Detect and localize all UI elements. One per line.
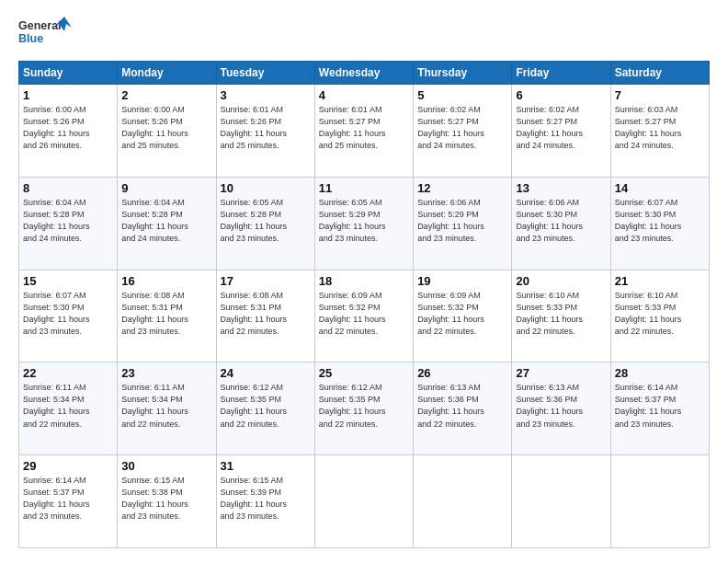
day-number: 13 <box>516 181 606 195</box>
calendar-cell: 31Sunrise: 6:15 AM Sunset: 5:39 PM Dayli… <box>216 455 314 548</box>
calendar-cell: 3Sunrise: 6:01 AM Sunset: 5:26 PM Daylig… <box>216 85 314 178</box>
calendar-cell: 29Sunrise: 6:14 AM Sunset: 5:37 PM Dayli… <box>19 455 118 548</box>
calendar-cell: 19Sunrise: 6:09 AM Sunset: 5:32 PM Dayli… <box>414 270 512 362</box>
day-info: Sunrise: 6:05 AM Sunset: 5:29 PM Dayligh… <box>319 197 409 245</box>
day-number: 27 <box>516 366 606 380</box>
day-info: Sunrise: 6:00 AM Sunset: 5:26 PM Dayligh… <box>23 104 113 152</box>
calendar-cell: 6Sunrise: 6:02 AM Sunset: 5:27 PM Daylig… <box>512 85 610 178</box>
day-info: Sunrise: 6:14 AM Sunset: 5:37 PM Dayligh… <box>615 382 705 430</box>
calendar-cell: 2Sunrise: 6:00 AM Sunset: 5:26 PM Daylig… <box>118 85 216 178</box>
calendar-cell: 17Sunrise: 6:08 AM Sunset: 5:31 PM Dayli… <box>216 270 314 362</box>
page: General Blue SundayMondayTuesdayWednesda… <box>0 0 728 563</box>
day-number: 10 <box>221 181 311 195</box>
svg-text:Blue: Blue <box>18 32 43 45</box>
calendar-cell: 28Sunrise: 6:14 AM Sunset: 5:37 PM Dayli… <box>610 362 709 455</box>
day-number: 26 <box>417 366 507 380</box>
calendar-cell: 26Sunrise: 6:13 AM Sunset: 5:36 PM Dayli… <box>414 362 512 455</box>
day-number: 30 <box>121 459 211 473</box>
day-number: 31 <box>221 459 311 473</box>
day-info: Sunrise: 6:08 AM Sunset: 5:31 PM Dayligh… <box>121 290 211 338</box>
calendar-header-saturday: Saturday <box>610 62 709 85</box>
day-info: Sunrise: 6:09 AM Sunset: 5:32 PM Dayligh… <box>417 290 507 338</box>
calendar-header-sunday: Sunday <box>19 62 118 85</box>
day-info: Sunrise: 6:08 AM Sunset: 5:31 PM Dayligh… <box>221 290 311 338</box>
day-number: 23 <box>121 366 211 380</box>
calendar-header-monday: Monday <box>118 62 216 85</box>
day-info: Sunrise: 6:06 AM Sunset: 5:29 PM Dayligh… <box>417 197 507 245</box>
day-number: 9 <box>121 181 211 195</box>
day-number: 3 <box>221 88 311 102</box>
calendar-header-friday: Friday <box>512 62 610 85</box>
calendar-cell: 1Sunrise: 6:00 AM Sunset: 5:26 PM Daylig… <box>19 85 118 178</box>
calendar-cell: 30Sunrise: 6:15 AM Sunset: 5:38 PM Dayli… <box>118 455 216 548</box>
day-number: 2 <box>121 88 211 102</box>
day-number: 16 <box>121 274 211 288</box>
calendar-table: SundayMondayTuesdayWednesdayThursdayFrid… <box>18 61 710 548</box>
calendar-cell: 16Sunrise: 6:08 AM Sunset: 5:31 PM Dayli… <box>118 270 216 362</box>
calendar-cell: 24Sunrise: 6:12 AM Sunset: 5:35 PM Dayli… <box>216 362 314 455</box>
day-info: Sunrise: 6:14 AM Sunset: 5:37 PM Dayligh… <box>23 475 113 523</box>
day-info: Sunrise: 6:11 AM Sunset: 5:34 PM Dayligh… <box>23 382 113 430</box>
day-info: Sunrise: 6:15 AM Sunset: 5:39 PM Dayligh… <box>221 475 311 523</box>
day-number: 6 <box>516 88 606 102</box>
calendar-cell: 13Sunrise: 6:06 AM Sunset: 5:30 PM Dayli… <box>512 177 610 270</box>
day-info: Sunrise: 6:12 AM Sunset: 5:35 PM Dayligh… <box>221 382 311 430</box>
day-info: Sunrise: 6:10 AM Sunset: 5:33 PM Dayligh… <box>516 290 606 338</box>
day-number: 11 <box>319 181 409 195</box>
calendar-cell: 22Sunrise: 6:11 AM Sunset: 5:34 PM Dayli… <box>19 362 118 455</box>
day-number: 1 <box>23 88 113 102</box>
calendar-cell: 15Sunrise: 6:07 AM Sunset: 5:30 PM Dayli… <box>19 270 118 362</box>
day-info: Sunrise: 6:04 AM Sunset: 5:28 PM Dayligh… <box>121 197 211 245</box>
calendar-cell: 7Sunrise: 6:03 AM Sunset: 5:27 PM Daylig… <box>610 85 709 178</box>
day-number: 5 <box>417 88 507 102</box>
calendar-cell <box>610 455 709 548</box>
calendar-cell: 20Sunrise: 6:10 AM Sunset: 5:33 PM Dayli… <box>512 270 610 362</box>
day-info: Sunrise: 6:10 AM Sunset: 5:33 PM Dayligh… <box>615 290 705 338</box>
calendar-cell: 18Sunrise: 6:09 AM Sunset: 5:32 PM Dayli… <box>314 270 413 362</box>
calendar-cell <box>512 455 610 548</box>
calendar-cell: 9Sunrise: 6:04 AM Sunset: 5:28 PM Daylig… <box>118 177 216 270</box>
day-number: 24 <box>221 366 311 380</box>
day-number: 17 <box>221 274 311 288</box>
day-info: Sunrise: 6:13 AM Sunset: 5:36 PM Dayligh… <box>516 382 606 430</box>
calendar-cell: 4Sunrise: 6:01 AM Sunset: 5:27 PM Daylig… <box>314 85 413 178</box>
calendar-week-row: 29Sunrise: 6:14 AM Sunset: 5:37 PM Dayli… <box>19 455 710 548</box>
day-info: Sunrise: 6:09 AM Sunset: 5:32 PM Dayligh… <box>319 290 409 338</box>
day-number: 19 <box>417 274 507 288</box>
calendar-week-row: 1Sunrise: 6:00 AM Sunset: 5:26 PM Daylig… <box>19 85 710 178</box>
calendar-cell: 5Sunrise: 6:02 AM Sunset: 5:27 PM Daylig… <box>414 85 512 178</box>
calendar-cell <box>414 455 512 548</box>
day-number: 28 <box>615 366 705 380</box>
calendar-cell: 21Sunrise: 6:10 AM Sunset: 5:33 PM Dayli… <box>610 270 709 362</box>
calendar-header-wednesday: Wednesday <box>314 62 413 85</box>
day-number: 18 <box>319 274 409 288</box>
calendar-week-row: 8Sunrise: 6:04 AM Sunset: 5:28 PM Daylig… <box>19 177 710 270</box>
day-info: Sunrise: 6:07 AM Sunset: 5:30 PM Dayligh… <box>615 197 705 245</box>
day-number: 12 <box>417 181 507 195</box>
calendar-cell: 10Sunrise: 6:05 AM Sunset: 5:28 PM Dayli… <box>216 177 314 270</box>
day-info: Sunrise: 6:02 AM Sunset: 5:27 PM Dayligh… <box>516 104 606 152</box>
calendar-cell: 8Sunrise: 6:04 AM Sunset: 5:28 PM Daylig… <box>19 177 118 270</box>
day-number: 29 <box>23 459 113 473</box>
day-info: Sunrise: 6:05 AM Sunset: 5:28 PM Dayligh… <box>221 197 311 245</box>
logo: General Blue <box>18 15 74 52</box>
day-number: 20 <box>516 274 606 288</box>
day-number: 8 <box>23 181 113 195</box>
day-number: 22 <box>23 366 113 380</box>
day-number: 25 <box>319 366 409 380</box>
calendar-cell <box>314 455 413 548</box>
day-number: 14 <box>615 181 705 195</box>
calendar-cell: 27Sunrise: 6:13 AM Sunset: 5:36 PM Dayli… <box>512 362 610 455</box>
calendar-cell: 14Sunrise: 6:07 AM Sunset: 5:30 PM Dayli… <box>610 177 709 270</box>
calendar-header-thursday: Thursday <box>414 62 512 85</box>
day-number: 7 <box>615 88 705 102</box>
calendar-week-row: 22Sunrise: 6:11 AM Sunset: 5:34 PM Dayli… <box>19 362 710 455</box>
day-number: 4 <box>319 88 409 102</box>
calendar-cell: 11Sunrise: 6:05 AM Sunset: 5:29 PM Dayli… <box>314 177 413 270</box>
day-info: Sunrise: 6:01 AM Sunset: 5:26 PM Dayligh… <box>221 104 311 152</box>
calendar-cell: 12Sunrise: 6:06 AM Sunset: 5:29 PM Dayli… <box>414 177 512 270</box>
calendar-header-tuesday: Tuesday <box>216 62 314 85</box>
day-info: Sunrise: 6:07 AM Sunset: 5:30 PM Dayligh… <box>23 290 113 338</box>
day-info: Sunrise: 6:04 AM Sunset: 5:28 PM Dayligh… <box>23 197 113 245</box>
day-info: Sunrise: 6:15 AM Sunset: 5:38 PM Dayligh… <box>121 475 211 523</box>
